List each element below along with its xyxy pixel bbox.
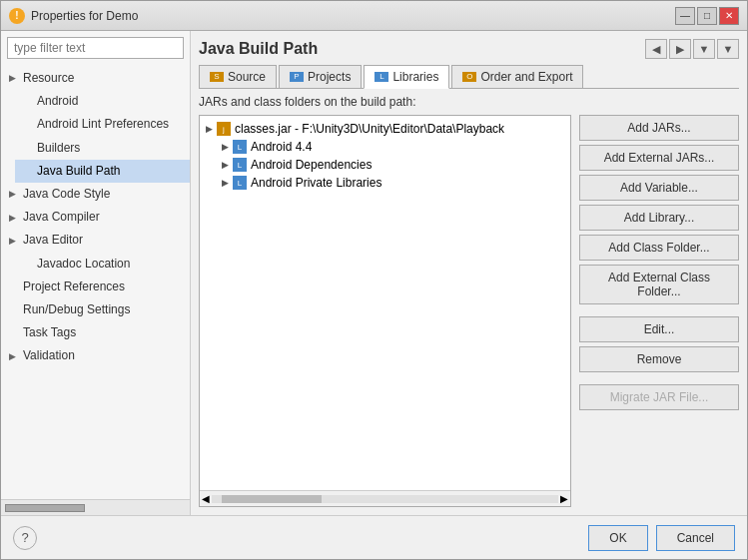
lib-icon: L <box>233 158 247 172</box>
arrow-icon: ▶ <box>9 234 19 248</box>
sidebar-item-javadoc[interactable]: ▶ Javadoc Location <box>15 253 190 276</box>
tab-projects[interactable]: P Projects <box>279 65 362 88</box>
tab-libraries-label: Libraries <box>392 70 438 84</box>
list-item[interactable]: ▶ j classes.jar - F:\Unity3D\Unity\Edito… <box>200 120 570 138</box>
jar-item-label: classes.jar - F:\Unity3D\Unity\Editor\Da… <box>235 122 504 136</box>
title-bar-left: ! Properties for Demo <box>9 8 138 24</box>
close-button[interactable]: ✕ <box>719 7 739 25</box>
nav-forward-button[interactable]: ▶ <box>669 39 691 59</box>
tab-libraries[interactable]: L Libraries <box>364 65 449 89</box>
remove-button[interactable]: Remove <box>579 346 739 372</box>
properties-dialog: ! Properties for Demo — □ ✕ ▶ Resource ▶… <box>0 0 748 560</box>
tab-content: JARs and class folders on the build path… <box>199 95 739 507</box>
cancel-button[interactable]: Cancel <box>656 525 735 551</box>
expand-arrow-icon: ▶ <box>222 178 229 188</box>
main-title: Java Build Path <box>199 40 318 58</box>
scroll-left-button[interactable]: ◀ <box>200 493 212 504</box>
sidebar-item-project-references[interactable]: ▶ Project References <box>1 276 190 298</box>
tab-projects-label: Projects <box>308 70 351 84</box>
title-bar: ! Properties for Demo — □ ✕ <box>1 1 747 31</box>
add-external-class-folder-button[interactable]: Add External Class Folder... <box>579 265 739 304</box>
sidebar-item-java-editor[interactable]: ▶ Java Editor <box>1 229 190 252</box>
sidebar-item-builders[interactable]: ▶ Builders <box>15 137 190 160</box>
maximize-button[interactable]: □ <box>697 7 717 25</box>
tree-panel-content: ▶ j classes.jar - F:\Unity3D\Unity\Edito… <box>200 116 570 490</box>
jar-icon: j <box>217 122 231 136</box>
sidebar: ▶ Resource ▶ Android ▶ Android Lint Pref… <box>1 31 191 515</box>
sidebar-item-label: Validation <box>23 346 75 365</box>
sidebar-item-label: Project References <box>23 278 125 296</box>
horizontal-scrollbar[interactable]: ◀ ▶ <box>200 490 570 506</box>
help-button[interactable]: ? <box>13 526 37 550</box>
tab-source[interactable]: S Source <box>199 65 277 88</box>
list-item[interactable]: ▶ L Android Dependencies <box>216 156 570 174</box>
lib-item-label: Android 4.4 <box>251 140 312 154</box>
sidebar-item-label: Java Editor <box>23 231 83 250</box>
add-class-folder-button[interactable]: Add Class Folder... <box>579 235 739 261</box>
sidebar-item-label: Java Compiler <box>23 208 100 227</box>
expand-arrow-icon: ▶ <box>222 142 229 152</box>
minimize-button[interactable]: — <box>675 7 695 25</box>
main-header: Java Build Path ◀ ▶ ▼ ▼ <box>199 39 739 59</box>
sidebar-item-java-compiler[interactable]: ▶ Java Compiler <box>1 206 190 229</box>
help-icon: ? <box>21 530 28 545</box>
lib-icon: L <box>233 140 247 154</box>
button-spacer-2 <box>579 376 739 380</box>
expand-arrow-icon: ▶ <box>206 124 213 134</box>
filter-input[interactable] <box>7 37 184 59</box>
sidebar-item-label: Task Tags <box>23 323 76 342</box>
sidebar-item-label: Java Code Style <box>23 185 110 204</box>
sidebar-item-label: Javadoc Location <box>37 255 130 274</box>
sidebar-item-java-code-style[interactable]: ▶ Java Code Style <box>1 183 190 206</box>
title-controls: — □ ✕ <box>675 7 739 25</box>
source-tab-icon: S <box>210 72 224 82</box>
sidebar-item-java-build-path[interactable]: ▶ Java Build Path <box>15 160 190 183</box>
list-item[interactable]: ▶ L Android Private Libraries <box>216 174 570 192</box>
order-tab-icon: O <box>462 72 476 82</box>
tab-order-export-label: Order and Export <box>480 70 572 84</box>
edit-button[interactable]: Edit... <box>579 316 739 342</box>
window-title: Properties for Demo <box>31 9 138 23</box>
build-path-tree: ▶ j classes.jar - F:\Unity3D\Unity\Edito… <box>199 115 571 507</box>
scroll-right-button[interactable]: ▶ <box>558 493 570 504</box>
projects-tab-icon: P <box>290 72 304 82</box>
sidebar-item-label: Resource <box>23 69 74 88</box>
button-spacer <box>579 308 739 312</box>
tab-description: JARs and class folders on the build path… <box>199 95 739 109</box>
list-item[interactable]: ▶ L Android 4.4 <box>216 138 570 156</box>
sidebar-item-android-lint[interactable]: ▶ Android Lint Preferences <box>15 113 190 136</box>
arrow-icon: ▶ <box>9 187 19 201</box>
main-panel: Java Build Path ◀ ▶ ▼ ▼ S Source P <box>191 31 747 515</box>
tab-bar: S Source P Projects L Libraries O Order … <box>199 65 739 89</box>
migrate-jar-button[interactable]: Migrate JAR File... <box>579 384 739 410</box>
window-icon: ! <box>9 8 25 24</box>
nav-back-button[interactable]: ◀ <box>645 39 667 59</box>
tab-order-export[interactable]: O Order and Export <box>451 65 583 88</box>
lib-item-label: Android Dependencies <box>251 158 372 172</box>
sidebar-item-run-debug[interactable]: ▶ Run/Debug Settings <box>1 298 190 321</box>
tab-source-label: Source <box>228 70 266 84</box>
button-panel: Add JARs... Add External JARs... Add Var… <box>579 115 739 507</box>
add-jars-button[interactable]: Add JARs... <box>579 115 739 141</box>
sidebar-scrollbar[interactable] <box>1 499 190 515</box>
sidebar-item-validation[interactable]: ▶ Validation <box>1 344 190 367</box>
nav-dropdown-button[interactable]: ▼ <box>693 39 715 59</box>
arrow-icon: ▶ <box>9 349 19 363</box>
ok-button[interactable]: OK <box>588 525 647 551</box>
arrow-icon: ▶ <box>9 71 19 85</box>
add-library-button[interactable]: Add Library... <box>579 205 739 231</box>
sidebar-item-label: Android Lint Preferences <box>37 115 169 134</box>
content-area: ▶ Resource ▶ Android ▶ Android Lint Pref… <box>1 31 747 515</box>
scroll-thumb[interactable] <box>222 495 322 503</box>
sidebar-item-label: Builders <box>37 139 80 158</box>
sidebar-item-resource[interactable]: ▶ Resource <box>1 67 190 90</box>
split-area: ▶ j classes.jar - F:\Unity3D\Unity\Edito… <box>199 115 739 507</box>
sidebar-tree: ▶ Resource ▶ Android ▶ Android Lint Pref… <box>1 65 190 499</box>
footer: ? OK Cancel <box>1 515 747 559</box>
nav-dropdown2-button[interactable]: ▼ <box>717 39 739 59</box>
add-variable-button[interactable]: Add Variable... <box>579 175 739 201</box>
sidebar-item-task-tags[interactable]: ▶ Task Tags <box>1 321 190 344</box>
sidebar-item-android[interactable]: ▶ Android <box>15 90 190 113</box>
add-external-jars-button[interactable]: Add External JARs... <box>579 145 739 171</box>
arrow-icon: ▶ <box>9 211 19 225</box>
